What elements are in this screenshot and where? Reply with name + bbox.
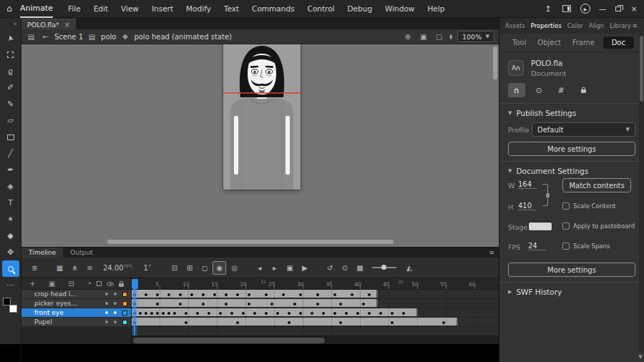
publish-settings-header[interactable]: ▼ Publish Settings [508,109,635,117]
loop-icon[interactable]: ↺ [323,261,336,275]
minimize-button[interactable]: — [595,1,610,16]
collapse-tools-icon[interactable]: « [13,20,17,27]
stage-hscrollbar[interactable] [107,240,394,244]
snap-magnet-icon[interactable]: ∩ [508,83,525,97]
timeline-tab-output[interactable]: Output [63,248,99,258]
layer-depth-icon[interactable]: ≋ [83,261,97,275]
delete-layer-icon[interactable]: ⊟ [64,277,78,290]
classic-brush-tool[interactable]: ✎ [2,96,19,112]
current-frame-display[interactable]: 1F [144,263,152,272]
test-camera-icon[interactable]: ▣ [283,261,296,275]
apply-pasteboard-checkbox[interactable]: Apply to pasteboard [562,222,635,230]
free-transform-tool[interactable] [2,47,19,63]
multi-frame-edit-icon[interactable]: ▩ [353,261,366,275]
panel-tab-align[interactable]: Align [589,22,604,29]
outline-column-icon[interactable] [97,281,102,286]
panel-tab-assets[interactable]: Assets [505,22,525,29]
frames-row-pupel[interactable] [132,318,499,327]
link-wh-icon[interactable] [542,184,548,206]
insert-blank-keyframe-icon[interactable]: ◻ [197,261,211,275]
fit-timeline-icon[interactable]: ◭ [402,261,416,275]
auto-keyframe-icon[interactable]: ◎ [228,261,241,275]
insert-keyframe-icon[interactable]: ◉ [213,261,226,275]
close-button[interactable]: × [627,1,641,16]
highlight-column-icon[interactable]: • [88,280,92,287]
playhead-handle[interactable] [132,279,138,289]
edit-symbols-icon[interactable]: ▤ [26,33,36,41]
new-folder-icon[interactable]: ▣ [45,277,59,290]
frame-ruler[interactable]: 510152025303540455055601s2s [132,278,499,290]
menu-view[interactable]: View [114,4,145,13]
stage-canvas[interactable] [223,44,301,190]
menu-file[interactable]: File [62,4,87,13]
match-contents-button[interactable]: Match contents [562,178,631,192]
lock-guides-icon[interactable] [575,83,592,97]
menu-window[interactable]: Window [379,4,421,13]
eraser-tool[interactable]: ▱ [2,112,19,129]
menu-help[interactable]: Help [421,4,451,13]
panel-tab-properties[interactable]: Properties [531,22,562,29]
playhead-line[interactable] [134,289,135,336]
scale-spans-checkbox[interactable]: Scale Spans [562,243,610,250]
frames-row-picker-eyes[interactable] [132,299,499,308]
layer-lock-dot[interactable] [114,293,117,295]
menu-control[interactable]: Control [301,4,341,13]
frames-row-crop-head-l[interactable] [132,290,499,299]
clip-content-icon[interactable]: ▢ [434,33,444,41]
stage-vscrollbar[interactable] [493,47,497,79]
insert-frame-icon[interactable]: ⊞ [182,261,196,275]
timeline-hscroll-thumb[interactable] [133,338,325,343]
selection-tool[interactable]: ➤ [2,30,19,47]
camera-toggle-icon[interactable]: ▦ [53,261,67,275]
zoom-level-select[interactable]: 100% ▼ [457,31,494,42]
test-movie-icon[interactable]: ▶ [577,1,594,16]
document-settings-header[interactable]: ▼ Document Settings [508,167,635,175]
workspace-icon[interactable] [558,1,575,16]
panel-tab-library[interactable]: Library [610,22,631,29]
snap-to-grid-icon[interactable]: # [552,83,570,97]
stage-color-swatch[interactable] [528,222,552,231]
layer-outline-color[interactable] [122,292,127,297]
layer-lock-dot[interactable] [114,321,117,323]
text-tool[interactable]: T [2,195,19,211]
layer-crop-head-l[interactable]: crop head l... [21,290,131,299]
asset-warp-tool[interactable]: ✶ [2,211,19,228]
layer-outline-color[interactable] [122,320,127,325]
publish-more-settings-button[interactable]: More settings [508,142,635,156]
timeline-menu-icon[interactable]: ≡ [489,248,494,258]
breadcrumb-scene[interactable]: Scene 1 [54,33,83,41]
layer-visible-dot[interactable] [105,293,108,295]
more-tools[interactable]: ⋯ [2,277,19,293]
menu-edit[interactable]: Edit [87,4,114,13]
timeline-tab-timeline[interactable]: Timeline [21,248,63,258]
panel-tab-color[interactable]: Color [567,22,583,29]
zoom-stepper[interactable]: ▲▼ [449,34,452,39]
menu-commands[interactable]: Commands [245,4,301,13]
properties-subtab-doc[interactable]: Doc [603,36,634,49]
height-value[interactable]: 410 [518,202,537,210]
rectangle-tool[interactable] [2,129,19,145]
ink-bottle-tool[interactable]: ◆ [2,228,19,244]
properties-subtab-tool[interactable]: Tool [509,36,529,49]
layer-picker-eyes[interactable]: picker eyes... [21,299,131,308]
stage-viewport[interactable] [21,44,499,247]
eye-column-icon[interactable] [107,282,114,286]
remove-frame-icon[interactable]: ⊟ [167,261,181,275]
timeline-zoom-slider[interactable] [372,267,396,268]
onion-skin-icon[interactable]: ⊙ [338,261,351,275]
scroll-down-icon[interactable]: ▼ [637,352,644,362]
fill-color-swatch[interactable] [9,305,17,313]
layer-outline-color[interactable] [122,310,127,315]
fps-display[interactable]: 24.00FPS [103,263,132,272]
scale-content-checkbox[interactable]: Scale Content [562,202,615,210]
lasso-tool[interactable]: ϱ [2,63,19,79]
properties-scroll-thumb[interactable] [640,36,643,102]
layer-lock-dot[interactable] [114,302,117,305]
close-tab-icon[interactable]: × [64,21,70,29]
slider-knob-icon[interactable] [381,265,386,270]
home-icon[interactable]: ⌂ [0,4,19,14]
new-layer-icon[interactable]: + [26,277,39,290]
snap-to-objects-icon[interactable]: ⊙ [530,83,547,97]
properties-subtab-object[interactable]: Object [535,36,564,49]
menu-modify[interactable]: Modify [180,4,218,13]
